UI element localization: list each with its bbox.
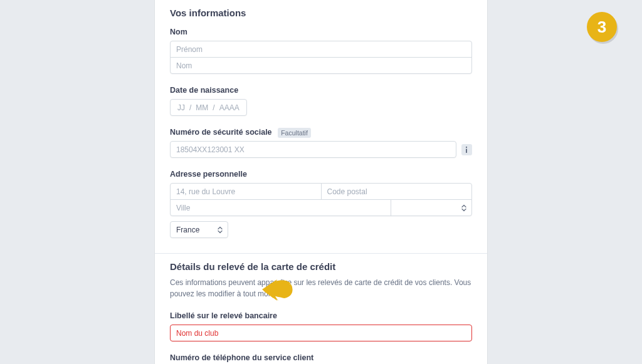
field-ssn: Numéro de sécurité sociale Facultatif (170, 127, 472, 158)
field-dob: Date de naissance / / (170, 85, 472, 116)
section-title: Détails du relevé de la carte de crédit (170, 261, 472, 272)
section-title: Vos informations (170, 8, 472, 18)
field-statement-descriptor: Libellé sur le relevé bancaire (170, 311, 472, 341)
section-description: Ces informations peuvent apparaître sur … (170, 277, 472, 299)
street-input[interactable] (170, 183, 322, 200)
phone-label: Numéro de téléphone du service client (170, 353, 313, 362)
city-input[interactable] (170, 199, 391, 216)
address-label: Adresse personnelle (170, 170, 247, 179)
name-label: Nom (170, 28, 187, 36)
field-support-phone: Numéro de téléphone du service client FR… (170, 353, 472, 364)
date-separator: / (187, 103, 194, 112)
postal-input[interactable] (321, 183, 473, 200)
svg-rect-0 (466, 147, 467, 148)
svg-rect-1 (466, 148, 467, 153)
dob-year-input[interactable] (218, 100, 241, 115)
date-separator: / (210, 103, 217, 112)
country-select[interactable]: France (170, 221, 228, 238)
field-name: Nom (170, 27, 472, 74)
last-name-input[interactable] (170, 57, 472, 74)
info-icon[interactable] (461, 144, 472, 155)
dob-day-input[interactable] (176, 100, 187, 115)
step-number-badge: 3 (587, 12, 617, 42)
state-select[interactable] (391, 199, 472, 216)
field-address: Adresse personnelle France (170, 169, 472, 238)
optional-badge: Facultatif (278, 128, 311, 138)
section-personal-info: Vos informations Nom Date de naissance /… (155, 0, 487, 254)
dob-label: Date de naissance (170, 86, 238, 95)
ssn-input[interactable] (170, 141, 456, 158)
form-container: Vos informations Nom Date de naissance /… (155, 0, 487, 364)
statement-descriptor-input[interactable] (170, 325, 472, 341)
descriptor-label: Libellé sur le relevé bancaire (170, 311, 277, 320)
first-name-input[interactable] (170, 41, 472, 58)
section-statement-details: Détails du relevé de la carte de crédit … (155, 254, 487, 364)
dob-month-input[interactable] (194, 100, 210, 115)
dob-row: / / (170, 99, 247, 116)
ssn-label: Numéro de sécurité sociale (170, 128, 272, 137)
